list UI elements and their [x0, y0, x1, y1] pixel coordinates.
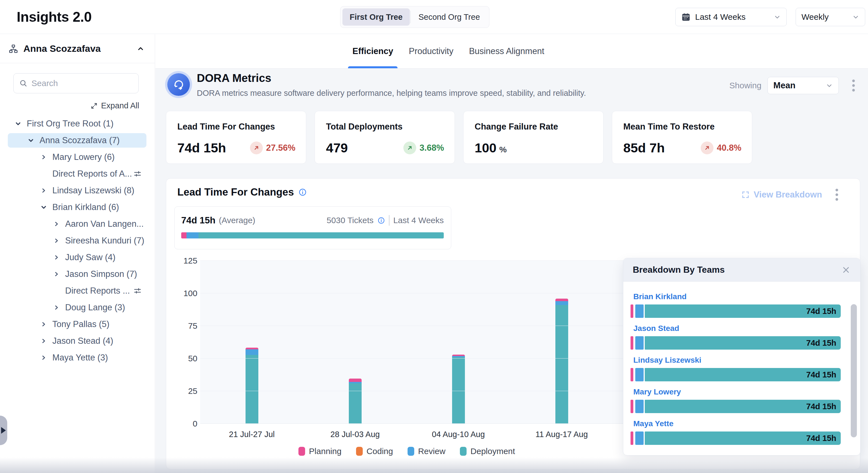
- tree-item[interactable]: Jason Simpson (7): [0, 266, 155, 283]
- legend-item-review[interactable]: Review: [408, 447, 445, 456]
- tree-item-label: Sireesha Kunduri (7): [65, 236, 144, 246]
- tree-item-label: Judy Saw (4): [65, 253, 116, 262]
- trend-up-arrow-icon: [250, 142, 263, 154]
- tree-item-label: Lindsay Liszewski (8): [52, 185, 134, 196]
- team-name-link[interactable]: Mary Lowery: [633, 387, 841, 396]
- bar-segment-planning: [630, 368, 633, 381]
- tree-item[interactable]: Sireesha Kunduri (7): [0, 232, 155, 249]
- expand-all-button[interactable]: Expand All: [0, 93, 155, 114]
- tree-item[interactable]: First Org Tree Root (1): [0, 115, 155, 132]
- team-phase-bar[interactable]: 74d 15h: [630, 304, 841, 318]
- summary-range: Last 4 Weeks: [393, 216, 444, 225]
- chevron-down-icon[interactable]: [27, 137, 35, 144]
- summary-phase-bar: [181, 232, 444, 238]
- section-kebab-menu-icon[interactable]: [832, 187, 842, 203]
- tree-item[interactable]: Jason Stead (4): [0, 333, 155, 349]
- filter-sliders-icon[interactable]: [133, 169, 142, 178]
- app-canvas: Insights 2.0 First Org Tree Second Org T…: [0, 0, 868, 473]
- team-value-label: 74d 15h: [806, 307, 836, 316]
- tree-item[interactable]: Doug Lange (3): [0, 299, 155, 316]
- bar-segment-deployment: 74d 15h: [645, 368, 841, 381]
- tree-item[interactable]: Brian Kirkland (6): [0, 199, 155, 216]
- sidebar-collapse-chevron-up-icon[interactable]: [136, 45, 145, 53]
- metric-delta: 27.56%: [250, 142, 296, 154]
- tree-item[interactable]: Anna Scozzafava (7): [0, 132, 155, 149]
- info-icon[interactable]: [299, 188, 307, 197]
- tree-item[interactable]: Maya Yette (3): [0, 349, 155, 366]
- showing-select[interactable]: Mean: [768, 77, 839, 94]
- chevron-right-icon[interactable]: [52, 220, 61, 228]
- toggle-first-org-tree[interactable]: First Org Tree: [342, 8, 410, 26]
- legend-item-deployment[interactable]: Deployment: [460, 447, 515, 456]
- summary-value: 74d 15h: [181, 215, 215, 226]
- chevron-down-icon[interactable]: [14, 120, 22, 127]
- team-name-link[interactable]: Jason Stead: [633, 324, 841, 333]
- search-input[interactable]: [31, 79, 133, 88]
- chevron-right-icon[interactable]: [39, 354, 48, 361]
- tree-item[interactable]: Judy Saw (4): [0, 249, 155, 266]
- toggle-second-org-tree[interactable]: Second Org Tree: [411, 8, 487, 26]
- date-range-select[interactable]: Last 4 Weeks: [675, 8, 787, 26]
- team-value-label: 74d 15h: [806, 434, 836, 443]
- tree-item[interactable]: Aaron Van Langen...: [0, 216, 155, 232]
- granularity-select[interactable]: Weekly: [796, 8, 865, 26]
- legend-swatch: [299, 447, 305, 456]
- tab-efficiency[interactable]: Efficiency: [351, 34, 394, 68]
- stacked-bar[interactable]: [452, 355, 465, 424]
- chevron-right-icon[interactable]: [52, 270, 61, 278]
- chevron-right-icon[interactable]: [39, 187, 48, 194]
- team-phase-bar[interactable]: 74d 15h: [630, 432, 841, 445]
- team-phase-bar[interactable]: 74d 15h: [630, 400, 841, 413]
- summary-divider: [389, 215, 390, 226]
- tree-item-label: First Org Tree Root (1): [27, 119, 114, 129]
- chart-bar-slot: [407, 261, 510, 424]
- tree-item[interactable]: Mary Lowery (6): [0, 149, 155, 166]
- tree-item[interactable]: Lindsay Liszewski (8): [0, 182, 155, 199]
- chevron-right-icon[interactable]: [52, 304, 61, 311]
- tree-item-label: Anna Scozzafava (7): [39, 136, 120, 145]
- metric-value: 479: [326, 140, 348, 155]
- tree-item-label: Jason Simpson (7): [65, 269, 137, 279]
- metric-title: Total Deployments: [326, 122, 444, 132]
- toggle-divider: [410, 11, 411, 23]
- panel-header: Breakdown By Teams: [623, 258, 860, 282]
- dora-kebab-menu-icon[interactable]: [849, 78, 858, 93]
- team-phase-bar[interactable]: 74d 15h: [630, 368, 841, 381]
- team-phase-bar[interactable]: 74d 15h: [630, 336, 841, 350]
- chevron-right-icon[interactable]: [52, 254, 61, 261]
- team-row: Brian Kirkland 74d 15h: [630, 292, 841, 318]
- scrollbar-thumb[interactable]: [851, 304, 857, 437]
- tree-item[interactable]: Tony Pallas (5): [0, 316, 155, 333]
- info-icon[interactable]: [377, 217, 385, 224]
- chart-bar-slot: [200, 261, 304, 424]
- metric-value: 74d 15h: [177, 140, 226, 155]
- legend-label: Coding: [367, 447, 393, 456]
- tab-business-alignment[interactable]: Business Alignment: [468, 34, 546, 68]
- view-breakdown-button[interactable]: View Breakdown: [741, 190, 822, 200]
- team-name-link[interactable]: Lindsay Liszewski: [633, 356, 841, 365]
- panel-scrollbar[interactable]: [851, 304, 857, 443]
- sidebar-search[interactable]: [13, 73, 138, 93]
- chevron-down-icon[interactable]: [39, 203, 48, 211]
- legend-item-planning[interactable]: Planning: [299, 447, 342, 456]
- chevron-right-icon[interactable]: [52, 237, 61, 244]
- chevron-right-icon[interactable]: [39, 153, 48, 161]
- legend-item-coding[interactable]: Coding: [356, 447, 393, 456]
- stacked-bar[interactable]: [246, 348, 258, 424]
- team-name-link[interactable]: Maya Yette: [633, 419, 841, 428]
- chevron-right-icon[interactable]: [39, 321, 48, 328]
- tree-item[interactable]: Direct Reports ...: [0, 283, 155, 299]
- chevron-down-icon: [852, 13, 859, 21]
- team-name-link[interactable]: Brian Kirkland: [633, 292, 841, 301]
- stacked-bar[interactable]: [349, 379, 362, 424]
- close-icon[interactable]: [841, 265, 851, 275]
- dora-subtitle: DORA metrics measure software delivery p…: [197, 89, 586, 98]
- filter-sliders-icon[interactable]: [133, 286, 142, 295]
- metric-delta: 3.68%: [403, 142, 444, 154]
- tab-productivity[interactable]: Productivity: [408, 34, 454, 68]
- app-header: Insights 2.0 First Org Tree Second Org T…: [0, 0, 868, 34]
- stacked-bar[interactable]: [555, 299, 568, 424]
- chevron-right-icon[interactable]: [39, 337, 48, 345]
- tree-item[interactable]: Direct Reports of A...: [0, 166, 155, 182]
- sidebar-expand-handle[interactable]: [0, 416, 7, 445]
